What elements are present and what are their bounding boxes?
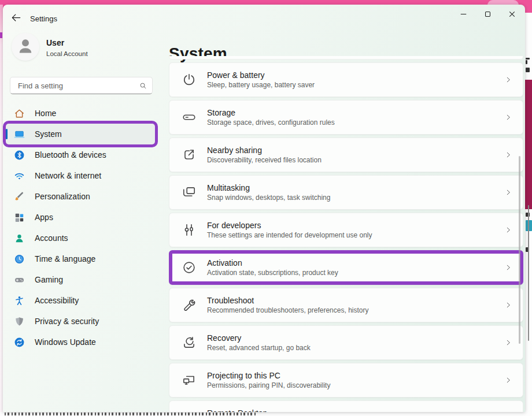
row-text: Multitasking Snap windows, desktops, tas… [207, 183, 330, 202]
settings-row-for-developers[interactable]: For developers These settings are intend… [169, 213, 523, 247]
user-account-type: Local Account [46, 50, 88, 57]
sidebar-item-gaming[interactable]: Gaming [6, 269, 155, 290]
row-subtitle: Recommended troubleshooters, preferences… [207, 306, 368, 314]
apps-icon [14, 212, 25, 223]
sidebar-item-bluetooth-devices[interactable]: Bluetooth & devices [6, 144, 155, 165]
app-title: Settings [30, 14, 57, 23]
row-title: Multitasking [207, 183, 330, 192]
search-input[interactable] [17, 81, 139, 91]
projecting-icon [182, 373, 197, 388]
sidebar-item-network-internet[interactable]: Network & internet [6, 165, 155, 186]
back-arrow-icon [10, 12, 23, 24]
settings-row-projecting-to-this-pc[interactable]: Projecting to this PC Permissions, pairi… [169, 363, 523, 398]
sidebar-item-windows-update[interactable]: Windows Update [6, 332, 155, 352]
chevron-right-icon [504, 301, 512, 309]
activation-icon [182, 260, 197, 275]
sidebar-item-label: Accessibility [35, 296, 79, 305]
chevron-right-icon [504, 76, 512, 84]
page-edge-fragment [526, 60, 527, 64]
search-box[interactable] [10, 77, 153, 94]
page-edge-fragment [0, 32, 2, 38]
sidebar-item-privacy-security[interactable]: Privacy & security [6, 311, 155, 332]
maximize-button[interactable] [475, 6, 500, 22]
settings-row-storage[interactable]: Storage Storage space, drives, configura… [169, 100, 523, 135]
developers-icon [182, 222, 197, 237]
browser-scrollbar[interactable] [528, 205, 529, 341]
sidebar-item-time-language[interactable]: Time & language [6, 248, 155, 269]
search-icon[interactable] [139, 81, 147, 90]
settings-row-recovery[interactable]: Recovery Reset, advanced startup, go bac… [169, 325, 523, 360]
chevron-right-icon [504, 151, 512, 159]
settings-row-activation[interactable]: Activation Activation state, subscriptio… [169, 250, 523, 285]
row-subtitle: Permissions, pairing PIN, discoverabilit… [207, 381, 330, 389]
settings-row-multitasking[interactable]: Multitasking Snap windows, desktops, tas… [169, 175, 523, 210]
sidebar-item-personalization[interactable]: Personalization [6, 186, 155, 207]
chevron-right-icon [504, 113, 512, 121]
settings-row-power-battery[interactable]: Power & battery Sleep, battery usage, ba… [169, 62, 523, 97]
sidebar-item-home[interactable]: Home [6, 103, 155, 124]
sidebar-item-accessibility[interactable]: Accessibility [6, 290, 155, 311]
row-subtitle: Discoverability, received files location [207, 156, 322, 164]
chevron-right-icon [504, 376, 512, 384]
row-title: For developers [207, 221, 372, 230]
sidebar-item-accounts[interactable]: Accounts [6, 228, 155, 248]
page-edge-fragment [526, 68, 530, 72]
back-button[interactable] [9, 10, 24, 25]
sidebar-item-system[interactable]: System [6, 124, 155, 144]
row-title: Activation [207, 258, 338, 268]
row-title: Troubleshoot [207, 296, 368, 305]
time-language-icon [14, 254, 25, 265]
row-title: Storage [207, 108, 335, 117]
power-icon [182, 72, 197, 87]
storage-icon [182, 110, 197, 125]
close-icon [507, 9, 518, 20]
personalization-icon [14, 191, 25, 202]
sidebar-item-label: Accounts [35, 233, 68, 243]
row-text: Storage Storage space, drives, configura… [207, 108, 335, 127]
selection-pill [6, 129, 8, 139]
sidebar-item-label: Home [35, 109, 56, 118]
settings-scrollbar[interactable] [519, 156, 520, 344]
row-text: Power & battery Sleep, battery usage, ba… [207, 70, 315, 89]
multitasking-icon [182, 185, 197, 200]
row-subtitle: These settings are intended for developm… [207, 231, 372, 239]
minimize-icon [458, 9, 469, 20]
accounts-icon [14, 233, 25, 244]
settings-row-troubleshoot[interactable]: Troubleshoot Recommended troubleshooters… [169, 288, 523, 322]
row-title: Projecting to this PC [207, 371, 330, 380]
sidebar-item-label: Time & language [35, 254, 95, 263]
settings-row-nearby-sharing[interactable]: Nearby sharing Discoverability, received… [169, 138, 523, 172]
chevron-right-icon [504, 263, 512, 272]
settings-row-remote-desktop[interactable]: Remote Desktop [169, 400, 523, 412]
minimize-button[interactable] [451, 6, 475, 22]
row-subtitle: Sleep, battery usage, battery saver [207, 81, 315, 89]
screenshot-page: Settings User Local Account Home [0, 0, 532, 416]
windows-update-icon [14, 337, 25, 348]
chevron-right-icon [504, 188, 512, 196]
row-text: Activation Activation state, subscriptio… [207, 258, 338, 277]
privacy-security-icon [14, 316, 25, 327]
sidebar-item-label: Network & internet [35, 171, 101, 180]
user-name: User [46, 38, 64, 47]
row-title: Power & battery [207, 70, 315, 80]
scrolled-card-edge [169, 56, 523, 60]
row-text: For developers These settings are intend… [207, 221, 372, 239]
page-edge-fragment [526, 58, 530, 60]
row-subtitle: Storage space, drives, configuration rul… [207, 118, 335, 127]
bluetooth-icon [14, 150, 25, 161]
settings-window: Settings User Local Account Home [3, 5, 525, 412]
close-button[interactable] [500, 6, 524, 22]
remote-desktop-icon [182, 410, 197, 412]
row-text: Remote Desktop [207, 408, 267, 413]
sidebar-item-apps[interactable]: Apps [6, 207, 155, 228]
sidebar-item-label: Personalization [35, 192, 90, 201]
chevron-right-icon [504, 226, 512, 234]
troubleshoot-icon [182, 298, 197, 313]
sidebar-item-label: Bluetooth & devices [35, 150, 106, 159]
page-edge-fragment [525, 80, 532, 209]
row-text: Nearby sharing Discoverability, received… [207, 146, 322, 164]
window-controls [451, 6, 524, 22]
home-icon [14, 108, 25, 119]
avatar[interactable] [12, 33, 39, 61]
row-subtitle: Activation state, subscriptions, product… [207, 269, 338, 277]
